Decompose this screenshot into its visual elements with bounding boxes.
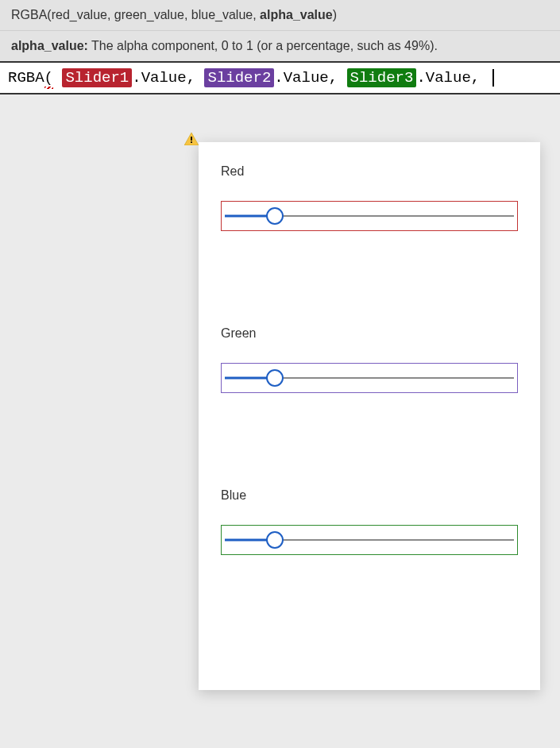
slider-blue[interactable]: [221, 525, 518, 555]
comma-1: ,: [187, 69, 205, 87]
warning-icon: [184, 133, 199, 145]
intellisense-param-desc: alpha_value: The alpha component, 0 to 1…: [0, 31, 560, 63]
slider-green[interactable]: [221, 363, 518, 393]
slider-red[interactable]: [221, 201, 518, 231]
comma-3: ,: [471, 69, 489, 87]
slider-label-red: Red: [221, 164, 518, 179]
formula-fn: RGBA: [8, 69, 44, 87]
value-prop-1: .Value: [132, 69, 186, 87]
token-slider1: Slider1: [62, 68, 132, 87]
signature-args-suffix: ): [333, 8, 337, 21]
open-paren-error: (: [44, 69, 53, 87]
signature-args-prefix: (red_value, green_value, blue_value,: [47, 8, 260, 21]
svg-rect-1: [191, 141, 192, 143]
slider-group-blue: Blue: [221, 488, 518, 555]
slider-group-green: Green: [221, 326, 518, 393]
intellisense-signature: RGBA(red_value, green_value, blue_value,…: [0, 0, 560, 31]
slider-label-green: Green: [221, 326, 518, 341]
svg-rect-0: [191, 137, 192, 141]
text-cursor: [492, 69, 494, 87]
slider-group-red: Red: [221, 164, 518, 231]
comma-2: ,: [329, 69, 347, 87]
signature-fn: RGBA: [11, 8, 47, 21]
value-prop-3: .Value: [416, 69, 470, 87]
value-prop-2: .Value: [274, 69, 328, 87]
signature-arg-active: alpha_value: [260, 8, 333, 21]
formula-bar[interactable]: RGBA( Slider1.Value, Slider2.Value, Slid…: [0, 63, 560, 94]
design-canvas[interactable]: Red Green Blue: [0, 94, 560, 715]
token-slider3: Slider3: [347, 68, 417, 87]
param-desc: The alpha component, 0 to 1 (or a percen…: [88, 39, 438, 52]
slider-label-blue: Blue: [221, 488, 518, 503]
slider-thumb[interactable]: [266, 531, 284, 549]
slider-thumb[interactable]: [266, 207, 284, 225]
preview-card[interactable]: Red Green Blue: [199, 142, 540, 690]
token-slider2: Slider2: [204, 68, 274, 87]
slider-thumb[interactable]: [266, 369, 284, 387]
param-name: alpha_value:: [11, 39, 88, 52]
